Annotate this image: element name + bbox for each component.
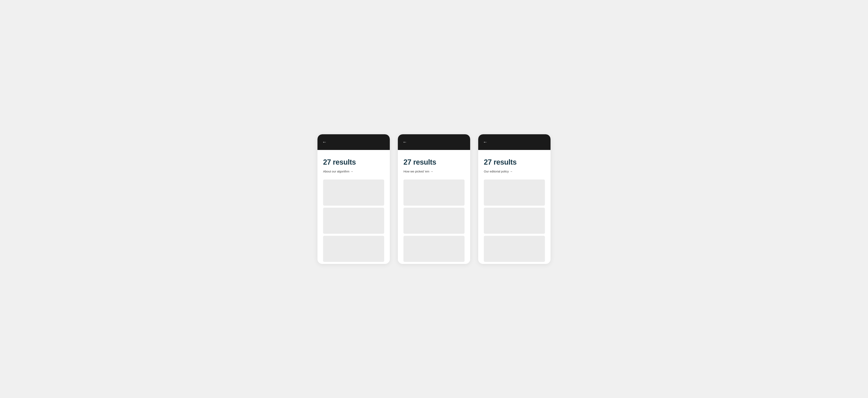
- card-placeholder-1b: [323, 208, 384, 234]
- card-placeholder-2a: [403, 180, 465, 206]
- back-arrow-icon-1: ←: [322, 140, 327, 144]
- algorithm-link-1[interactable]: About our algorithm →: [323, 170, 384, 173]
- back-button-2[interactable]: ←: [403, 140, 407, 144]
- card-placeholder-3a: [484, 180, 545, 206]
- back-arrow-icon-2: ←: [403, 140, 407, 144]
- phone-body-3: 27 results Our editorial policy →: [478, 150, 551, 262]
- back-button-1[interactable]: ←: [322, 140, 327, 144]
- picked-em-link-2[interactable]: How we picked 'em →: [403, 170, 465, 173]
- card-placeholder-1a: [323, 180, 384, 206]
- phone-body-2: 27 results How we picked 'em →: [398, 150, 470, 262]
- results-title-1: 27 results: [323, 158, 384, 166]
- phone-header-3: ←: [478, 134, 551, 150]
- back-button-3[interactable]: ←: [483, 140, 488, 144]
- results-title-2: 27 results: [403, 158, 465, 166]
- phone-frame-2: ← 27 results How we picked 'em →: [398, 134, 470, 264]
- card-placeholder-1c: [323, 236, 384, 262]
- card-placeholder-2b: [403, 208, 465, 234]
- card-placeholder-2c: [403, 236, 465, 262]
- phone-header-2: ←: [398, 134, 470, 150]
- phone-header-1: ←: [317, 134, 390, 150]
- results-title-3: 27 results: [484, 158, 545, 166]
- phones-container: ← 27 results About our algorithm → ← 27 …: [317, 134, 551, 264]
- phone-body-1: 27 results About our algorithm →: [317, 150, 390, 262]
- card-placeholder-3b: [484, 208, 545, 234]
- editorial-policy-link-3[interactable]: Our editorial policy →: [484, 170, 545, 173]
- phone-frame-1: ← 27 results About our algorithm →: [317, 134, 390, 264]
- card-placeholder-3c: [484, 236, 545, 262]
- phone-frame-3: ← 27 results Our editorial policy →: [478, 134, 551, 264]
- back-arrow-icon-3: ←: [483, 140, 488, 144]
